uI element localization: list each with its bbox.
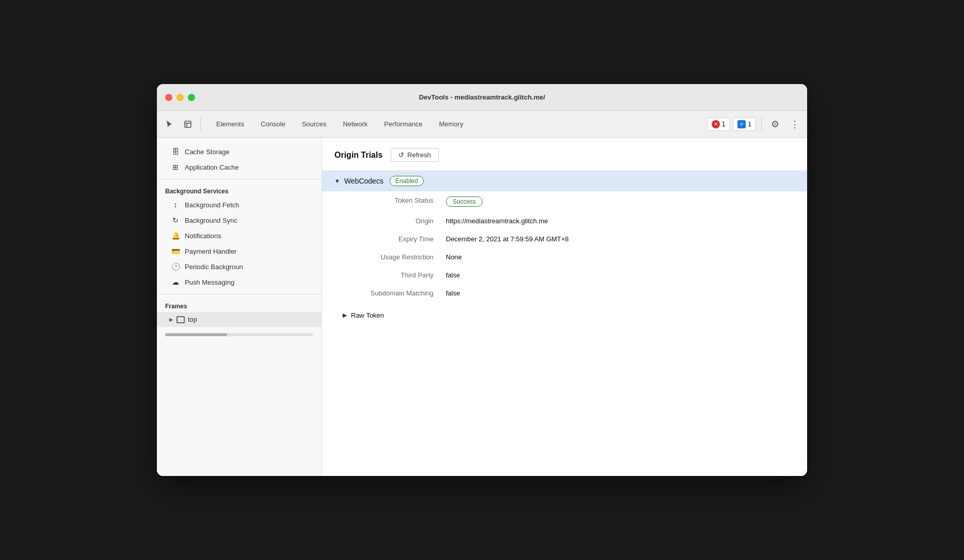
background-services-header: Background Services — [157, 184, 322, 197]
token-status-label: Token Status — [343, 196, 446, 204]
settings-icon[interactable]: ⚙ — [767, 116, 783, 133]
detail-row-subdomain: Subdomain Matching false — [322, 284, 807, 302]
sidebar-scrollbar-thumb — [165, 333, 227, 336]
sidebar-label-cache-storage: Cache Storage — [185, 148, 230, 156]
messages-badge-button[interactable]: ≡ 1 — [733, 118, 756, 131]
tab-performance[interactable]: Performance — [377, 117, 429, 131]
token-status-value: Success — [446, 196, 483, 207]
frames-header: Frames — [157, 299, 322, 312]
sidebar-item-background-fetch[interactable]: ↕ Background Fetch — [157, 197, 322, 212]
sidebar: 🗄 Cache Storage ⊞ Application Cache Back… — [157, 138, 322, 476]
trial-expand-arrow: ▼ — [334, 178, 340, 184]
tab-bar-right: ✕ 1 ≡ 1 ⚙ ⋮ — [707, 116, 803, 133]
usage-restriction-label: Usage Restriction — [343, 253, 446, 261]
errors-badge-button[interactable]: ✕ 1 — [707, 118, 730, 131]
divider-2 — [157, 294, 322, 294]
frame-folder-icon — [176, 316, 185, 323]
sidebar-item-payment-handler[interactable]: 💳 Payment Handler — [157, 243, 322, 259]
sidebar-item-push-messaging[interactable]: ☁ Push Messaging — [157, 274, 322, 290]
tab-memory[interactable]: Memory — [432, 117, 471, 131]
close-button[interactable] — [165, 94, 172, 101]
sidebar-item-periodic-background[interactable]: 🕐 Periodic Backgroun — [157, 259, 322, 274]
sidebar-scrollbar[interactable] — [165, 333, 313, 336]
detail-row-usage-restriction: Usage Restriction None — [322, 248, 807, 266]
sidebar-item-application-cache[interactable]: ⊞ Application Cache — [157, 159, 322, 175]
more-options-icon[interactable]: ⋮ — [786, 116, 803, 133]
tab-bar: Elements Console Sources Network Perform… — [157, 111, 807, 138]
refresh-label: Refresh — [407, 151, 431, 159]
detail-row-token-status: Token Status Success — [322, 191, 807, 212]
message-count: 1 — [748, 121, 751, 128]
tab-sources[interactable]: Sources — [295, 117, 334, 131]
trial-header-row[interactable]: ▼ WebCodecs Enabled — [322, 171, 807, 191]
message-icon: ≡ — [737, 120, 746, 128]
sidebar-label-application-cache: Application Cache — [185, 163, 239, 171]
devtools-window: DevTools - mediastreamtrack.glitch.me/ E… — [157, 84, 807, 476]
sidebar-label-notifications: Notifications — [185, 232, 221, 240]
sidebar-item-top-frame[interactable]: ▶ top — [157, 312, 322, 327]
push-messaging-icon: ☁ — [171, 278, 180, 286]
trial-entry: ▼ WebCodecs Enabled Token Status Success… — [322, 171, 807, 324]
detail-table: Token Status Success Origin https://medi… — [322, 191, 807, 306]
sidebar-label-push-messaging: Push Messaging — [185, 278, 234, 286]
content-area: Origin Trials ↺ Refresh ▼ WebCodecs Enab… — [322, 138, 807, 476]
sidebar-label-periodic-background: Periodic Backgroun — [185, 263, 243, 271]
sidebar-label-background-fetch: Background Fetch — [185, 201, 239, 209]
svg-rect-0 — [185, 121, 191, 127]
tab-bar-icons — [161, 116, 203, 133]
raw-token-arrow: ▶ — [343, 312, 347, 319]
tab-separator — [200, 117, 201, 131]
detail-row-third-party: Third Party false — [322, 266, 807, 284]
cache-storage-icon: 🗄 — [171, 147, 180, 156]
third-party-value: false — [446, 271, 786, 279]
background-sync-icon: ↻ — [171, 216, 180, 224]
page-title: Origin Trials — [334, 151, 382, 160]
title-bar: DevTools - mediastreamtrack.glitch.me/ — [157, 84, 807, 111]
detail-row-origin: Origin https://mediastreamtrack.glitch.m… — [322, 212, 807, 230]
sidebar-item-cache-storage[interactable]: 🗄 Cache Storage — [157, 144, 322, 159]
sidebar-label-payment-handler: Payment Handler — [185, 248, 236, 255]
refresh-button[interactable]: ↺ Refresh — [391, 148, 439, 162]
inspect-icon[interactable] — [180, 116, 196, 133]
notifications-icon: 🔔 — [171, 232, 180, 240]
third-party-label: Third Party — [343, 271, 446, 279]
tab-separator-2 — [761, 117, 762, 131]
error-count: 1 — [722, 121, 726, 128]
error-icon: ✕ — [712, 120, 720, 128]
refresh-icon: ↺ — [398, 151, 404, 159]
subdomain-value: false — [446, 289, 786, 297]
periodic-background-icon: 🕐 — [171, 262, 180, 271]
divider-1 — [157, 179, 322, 179]
tab-console[interactable]: Console — [253, 117, 293, 131]
sidebar-label-top-frame: top — [188, 316, 197, 323]
expiry-label: Expiry Time — [343, 235, 446, 243]
content-header: Origin Trials ↺ Refresh — [322, 138, 807, 171]
window-title: DevTools - mediastreamtrack.glitch.me/ — [419, 93, 545, 101]
expiry-value: December 2, 2021 at 7:59:59 AM GMT+8 — [446, 235, 786, 243]
detail-row-expiry: Expiry Time December 2, 2021 at 7:59:59 … — [322, 230, 807, 248]
traffic-lights — [165, 94, 195, 101]
minimize-button[interactable] — [176, 94, 184, 101]
subdomain-label: Subdomain Matching — [343, 289, 446, 297]
raw-token-row[interactable]: ▶ Raw Token — [322, 306, 807, 324]
origin-value: https://mediastreamtrack.glitch.me — [446, 217, 786, 225]
raw-token-label: Raw Token — [351, 311, 384, 319]
tab-elements[interactable]: Elements — [209, 117, 251, 131]
frame-expand-arrow: ▶ — [169, 317, 173, 322]
application-cache-icon: ⊞ — [171, 163, 180, 171]
origin-label: Origin — [343, 217, 446, 225]
trial-status-badge: Enabled — [390, 176, 424, 186]
main-layout: 🗄 Cache Storage ⊞ Application Cache Back… — [157, 138, 807, 476]
usage-restriction-value: None — [446, 253, 786, 261]
tab-network[interactable]: Network — [336, 117, 375, 131]
background-fetch-icon: ↕ — [171, 201, 180, 209]
maximize-button[interactable] — [188, 94, 195, 101]
cursor-icon[interactable] — [161, 116, 178, 133]
sidebar-item-background-sync[interactable]: ↻ Background Sync — [157, 212, 322, 228]
trial-name: WebCodecs — [344, 177, 383, 185]
sidebar-item-notifications[interactable]: 🔔 Notifications — [157, 228, 322, 243]
sidebar-label-background-sync: Background Sync — [185, 217, 237, 224]
payment-handler-icon: 💳 — [171, 247, 180, 255]
